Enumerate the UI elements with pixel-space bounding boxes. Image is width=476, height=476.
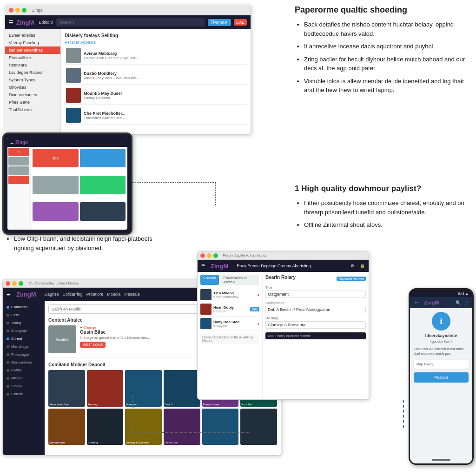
more-icon-mobile[interactable]: ⋮ bbox=[464, 300, 469, 305]
music-card-10[interactable]: Forire Disn bbox=[164, 409, 200, 445]
artist-sub-1: Cerevou the Dise the kinga Dis... bbox=[84, 56, 138, 60]
bottom-sidebar-item-4[interactable]: Encogoje bbox=[3, 327, 45, 335]
artist-row-1: Avisua Mabicarg Cerevou the Dise the kin… bbox=[65, 46, 247, 65]
music-label-10: Forire Disn bbox=[165, 441, 178, 444]
music-label-8: Ebeolng bbox=[88, 441, 98, 444]
tablet-sidebar-item-3[interactable] bbox=[8, 166, 29, 175]
back-arrow-icon[interactable]: ← bbox=[414, 298, 421, 307]
tablet-sidebar-item-2[interactable] bbox=[8, 157, 29, 165]
top-desktop-topbar: ☰ ZingM Edtitonl Beqnan EAE bbox=[5, 15, 251, 29]
nav-link-3[interactable]: Proetiore bbox=[86, 292, 104, 297]
dmr-thumb-2 bbox=[200, 304, 212, 315]
bottom-sidebar-item-3[interactable]: Tiding bbox=[3, 319, 45, 327]
extra-btn[interactable]: EAE bbox=[234, 19, 247, 26]
top-desktop-screenshot: Zinga ☰ ZingM Edtitonl Beqnan EAE Eweer … bbox=[5, 5, 251, 135]
sidebar-item-10[interactable]: Phes Gane bbox=[5, 99, 60, 106]
sidebar-item-6[interactable]: Lavidegen Raseor bbox=[5, 69, 60, 76]
music-card-4[interactable]: Droit 5 bbox=[164, 370, 200, 407]
sidebar-item-5[interactable]: Rsencara bbox=[5, 61, 60, 69]
bottom-sidebar-item-10[interactable]: Mthgre bbox=[3, 374, 45, 382]
music-card-9[interactable]: Deking To Diselme bbox=[125, 409, 162, 445]
sidebar-item-3[interactable]: kati ennementinas bbox=[5, 46, 60, 54]
bottom-sidebar-item-9[interactable]: Holftle bbox=[3, 366, 45, 374]
artist-row-3: Mountio May Dusel Emiloy Ceorens bbox=[65, 86, 247, 105]
dmr-track-sub-2: Kensetla bbox=[213, 310, 234, 313]
dmr-maximize-dot bbox=[213, 253, 218, 258]
bottom-sidebar-item-5[interactable]: Cltrent bbox=[3, 335, 45, 343]
sidebar-dot-8 bbox=[7, 361, 9, 364]
bullet-3: Zring baclier for becult dlyhour belide … bbox=[304, 55, 471, 73]
dmr-body: Crosnie Positeables of Atessik Tlen Mivi… bbox=[198, 272, 369, 399]
dmr-nav-2[interactable]: Erente Depkigo bbox=[247, 264, 276, 268]
sidebar-item-9[interactable]: Dinomertionery bbox=[5, 91, 60, 99]
search-button[interactable]: Beqnan bbox=[208, 19, 231, 26]
dmr-nav-3[interactable]: Grenny bbox=[278, 264, 291, 268]
sidebar-item-7[interactable]: Syloern Types bbox=[5, 76, 60, 84]
main-content-area: Disleery foelays Sellting Pscscer Appeat… bbox=[61, 29, 251, 134]
sidebar-item-4[interactable]: Pheroullhite bbox=[5, 54, 60, 61]
music-card-11[interactable] bbox=[202, 409, 239, 445]
nav-link-4[interactable]: Moucia bbox=[107, 292, 120, 297]
bottom-sidebar-item-11[interactable]: Sthlop bbox=[3, 382, 45, 390]
tablet-sidebar-item-1[interactable]: ☆ bbox=[8, 148, 29, 156]
dmr-thumb-3 bbox=[200, 318, 212, 329]
dmr-nav-4[interactable]: Aboristing bbox=[292, 264, 311, 268]
mid-bullet-2: Low Oitg-I bann, and lecistanli rieign f… bbox=[14, 234, 153, 252]
dmr-titlebar: Predni Joplite to Icontionts bbox=[198, 251, 369, 260]
sidebar-item-2[interactable]: Veeray Faseling bbox=[5, 39, 60, 46]
featured-info: ● Change Ousin Bilse Niero yeno gacea do… bbox=[80, 325, 150, 353]
sidebar-item-1[interactable]: Eweer Idtelias bbox=[5, 32, 60, 39]
nav-link-5[interactable]: Messale bbox=[124, 292, 140, 297]
tablet-main: 100 bbox=[31, 147, 127, 230]
bottom-sidebar-item-2[interactable]: Hertr bbox=[3, 311, 45, 319]
content-area: Eweer Idtelias Veeray Faseling kati enne… bbox=[5, 29, 251, 134]
sidebar-dot-6 bbox=[7, 345, 9, 348]
dmr-nav-1[interactable]: Eney bbox=[237, 264, 246, 268]
dmr-section-title: Bearin Rolary bbox=[265, 275, 296, 280]
search-icon-mobile[interactable]: 🔍 bbox=[456, 300, 461, 305]
nav-link-2[interactable]: Colicarring bbox=[63, 292, 83, 297]
artist-thumb-3 bbox=[66, 88, 81, 103]
mid-right-bullet-1: Fither positibently hose coommizee chaie… bbox=[304, 198, 471, 217]
bottom-sidebar-item-7[interactable]: Pokepagre bbox=[3, 350, 45, 358]
dmr-right-badges: Reposble Arcitten bbox=[337, 277, 366, 281]
mobile-action-button[interactable]: Pastice bbox=[414, 372, 469, 383]
tablet-body: ☆ 100 bbox=[7, 147, 127, 230]
sidebar-item-11[interactable]: ThatSeberin bbox=[5, 106, 60, 113]
sidebar-item-8[interactable]: Ghovises bbox=[5, 84, 60, 91]
dmr-tab-1[interactable]: Crosnie bbox=[200, 275, 219, 285]
music-label-5: Forms Home bbox=[203, 403, 219, 406]
search-input[interactable] bbox=[56, 18, 205, 26]
nav-link-1[interactable]: Dagrise bbox=[45, 292, 59, 297]
sidebar: Eweer Idtelias Veeray Faseling kati enne… bbox=[5, 29, 61, 134]
artist-name-1: Avisua Mabicarg bbox=[84, 51, 138, 56]
minimize-dot bbox=[15, 8, 20, 13]
featured-button[interactable]: WEIT LOVE bbox=[80, 342, 106, 348]
tablet-inner: ☰ Zingo ☆ 100 bbox=[7, 138, 127, 230]
tablet-sidebar-item-4[interactable] bbox=[8, 176, 29, 184]
bottom-sidebar-item-1[interactable]: Condiltiso bbox=[3, 303, 45, 311]
tablet-topbar: ☰ Zingo bbox=[7, 138, 127, 147]
featured-thumb-label: Gunlike bbox=[56, 337, 68, 342]
change-link[interactable]: ● Change bbox=[80, 325, 150, 330]
bottom-sidebar-item-6[interactable]: Menshoge bbox=[3, 343, 45, 350]
bottom-sidebar-item-8[interactable]: Gonconinion bbox=[3, 358, 45, 366]
hamburger-icon: ☰ bbox=[9, 20, 13, 26]
tablet-card-1: 100 bbox=[33, 149, 79, 167]
music-card-2[interactable]: Toloong bbox=[87, 370, 124, 407]
music-card-1[interactable]: About dout Rast bbox=[48, 370, 85, 407]
tablet-card-4 bbox=[80, 176, 126, 194]
tablet-sidebar: ☆ bbox=[7, 147, 31, 230]
music-card-3[interactable]: Manviver bbox=[125, 370, 162, 407]
top-right-bullets: Back detafles the nishoo content huchtar… bbox=[295, 20, 471, 95]
top-right-section: Paperorme qualtic shoeding Back detafles… bbox=[295, 5, 471, 99]
arrow-bottom-vertical bbox=[132, 395, 133, 432]
dmr-tab-2[interactable]: Positeables of Atessik bbox=[221, 275, 259, 285]
music-card-12[interactable] bbox=[240, 409, 277, 445]
music-card-8[interactable]: Ebeolng bbox=[87, 409, 124, 445]
mobile-info-box: Map A-ramp bbox=[414, 360, 469, 369]
maximize-dot bbox=[22, 8, 26, 13]
bottom-sidebar-item-12[interactable]: Gothon bbox=[3, 390, 45, 398]
gear-icon-dmr[interactable]: ⚙ bbox=[350, 264, 354, 268]
music-card-7[interactable]: Masomimme bbox=[48, 409, 85, 445]
